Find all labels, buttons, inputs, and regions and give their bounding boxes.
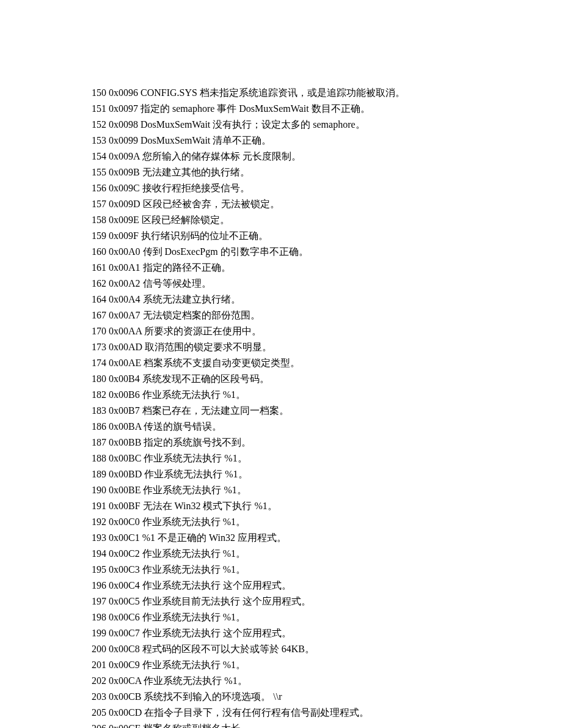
error-code-line: 180 0x00B4 系统发现不正确的区段号码。 [92, 372, 562, 386]
error-code-line: 201 0x00C9 作业系统无法执行 %1。 [92, 658, 562, 672]
error-code-line: 193 0x00C1 %1 不是正确的 Win32 应用程式。 [92, 531, 562, 545]
error-code-line: 196 0x00C4 作业系统无法执行 这个应用程式。 [92, 578, 562, 593]
error-code-line: 195 0x00C3 作业系统无法执行 %1。 [92, 562, 562, 577]
error-code-list: 150 0x0096 CONFIG.SYS 档未指定系统追踪资讯，或是追踪功能被… [92, 86, 562, 728]
error-code-line: 154 0x009A 您所输入的储存媒体标 元长度限制。 [92, 149, 562, 164]
error-code-line: 157 0x009D 区段已经被舍弃，无法被锁定。 [92, 197, 562, 211]
error-code-line: 187 0x00BB 指定的系统旗号找不到。 [92, 435, 562, 450]
error-code-line: 155 0x009B 无法建立其他的执行绪。 [92, 165, 562, 180]
error-code-line: 189 0x00BD 作业系统无法执行 %1。 [92, 467, 562, 482]
error-code-line: 160 0x00A0 传到 DosExecPgm 的引数字串不正确。 [92, 245, 562, 259]
error-code-line: 190 0x00BE 作业系统无法执行 %1。 [92, 483, 562, 498]
error-code-line: 197 0x00C5 作业系统目前无法执行 这个应用程式。 [92, 594, 562, 609]
error-code-line: 174 0x00AE 档案系统不支援自动变更锁定类型。 [92, 356, 562, 370]
error-code-line: 192 0x00C0 作业系统无法执行 %1。 [92, 515, 562, 529]
error-code-line: 205 0x00CD 在指令子目录下，没有任何行程有信号副处理程式。 [92, 705, 562, 720]
error-code-line: 186 0x00BA 传送的旗号错误。 [92, 419, 562, 434]
error-code-line: 162 0x00A2 信号等候处理。 [92, 276, 562, 291]
error-code-line: 191 0x00BF 无法在 Win32 模式下执行 %1。 [92, 499, 562, 513]
error-code-line: 152 0x0098 DosMuxSemWait 没有执行；设定太多的 sema… [92, 117, 562, 132]
error-code-line: 183 0x00B7 档案已存在，无法建立同一档案。 [92, 403, 562, 418]
error-code-line: 170 0x00AA 所要求的资源正在使用中。 [92, 324, 562, 339]
error-code-line: 151 0x0097 指定的 semaphore 事件 DosMuxSemWai… [92, 101, 562, 116]
error-code-line: 194 0x00C2 作业系统无法执行 %1。 [92, 546, 562, 561]
error-code-line: 188 0x00BC 作业系统无法执行 %1。 [92, 451, 562, 466]
error-code-line: 167 0x00A7 无法锁定档案的部份范围。 [92, 308, 562, 323]
error-code-line: 199 0x00C7 作业系统无法执行 这个应用程式。 [92, 626, 562, 641]
error-code-line: 150 0x0096 CONFIG.SYS 档未指定系统追踪资讯，或是追踪功能被… [92, 86, 562, 100]
error-code-line: 156 0x009C 接收行程拒绝接受信号。 [92, 181, 562, 196]
error-code-line: 200 0x00C8 程式码的区段不可以大於或等於 64KB。 [92, 642, 562, 656]
error-code-line: 198 0x00C6 作业系统无法执行 %1。 [92, 610, 562, 625]
error-code-line: 159 0x009F 执行绪识别码的位址不正确。 [92, 229, 562, 243]
error-code-line: 161 0x00A1 指定的路径不正确。 [92, 260, 562, 275]
error-code-line: 173 0x00AD 取消范围的锁定要求不明显。 [92, 340, 562, 355]
error-code-line: 164 0x00A4 系统无法建立执行绪。 [92, 292, 562, 307]
error-code-line: 158 0x009E 区段已经解除锁定。 [92, 213, 562, 227]
error-code-line: 203 0x00CB 系统找不到输入的环境选项。 \\r [92, 689, 562, 704]
error-code-line: 153 0x0099 DosMuxSemWait 清单不正确。 [92, 133, 562, 148]
error-code-line: 202 0x00CA 作业系统无法执行 %1。 [92, 674, 562, 688]
error-code-line: 206 0x00CE 档案名称或副档名太长。 [92, 721, 562, 728]
error-code-line: 182 0x00B6 作业系统无法执行 %1。 [92, 388, 562, 402]
